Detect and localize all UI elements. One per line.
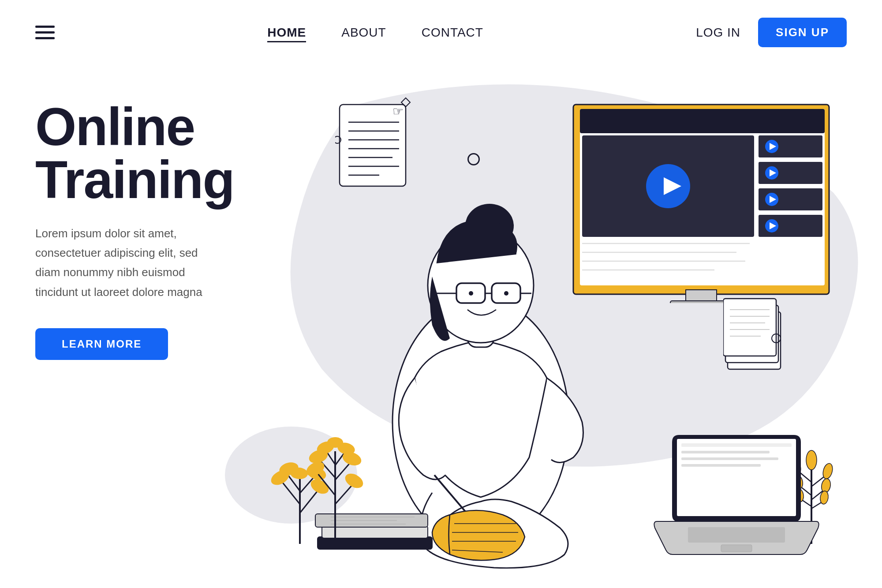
svg-text:☞: ☞ [392,105,404,118]
nav-link-contact[interactable]: CONTACT [422,26,483,39]
login-button[interactable]: LOG IN [696,26,740,40]
nav-link-home[interactable]: HOME [267,26,306,42]
svg-point-90 [327,437,343,448]
svg-rect-36 [580,109,825,133]
svg-rect-110 [688,527,785,543]
svg-rect-107 [681,451,770,453]
svg-rect-106 [681,443,792,447]
svg-rect-60 [723,299,776,356]
nav-link-about[interactable]: ABOUT [341,26,386,39]
hero-title: Online Training [35,100,247,206]
svg-line-82 [326,451,335,464]
svg-rect-108 [681,457,778,460]
floating-document: ☞ [335,96,415,195]
svg-point-20 [469,291,473,296]
laptop [653,427,820,559]
hero-title-line2: Training [35,150,234,209]
main-content: Online Training Lorem ipsum dolor sit am… [0,47,882,568]
learn-more-button[interactable]: LEARN MORE [35,328,168,360]
svg-rect-109 [681,464,761,467]
svg-rect-57 [670,301,732,303]
navbar: HOME ABOUT CONTACT LOG IN SIGN UP [0,0,882,47]
svg-rect-111 [721,545,752,552]
hero-left: Online Training Lorem ipsum dolor sit am… [35,74,247,568]
nav-buttons: LOG IN SIGN UP [696,18,847,47]
illustration-area: ☞ [247,74,847,568]
nav-item-home[interactable]: HOME [267,26,306,40]
nav-item-contact[interactable]: CONTACT [422,26,483,40]
plant-left [269,416,366,550]
side-document [723,294,785,374]
nav-item-about[interactable]: ABOUT [341,26,386,40]
svg-line-68 [282,482,300,504]
svg-point-86 [343,471,366,491]
svg-line-79 [335,484,353,504]
signup-button[interactable]: SIGN UP [758,18,847,47]
hero-description: Lorem ipsum dolor sit amet, consectetuer… [35,224,203,302]
nav-links: HOME ABOUT CONTACT [267,26,483,40]
svg-rect-105 [677,439,796,516]
svg-line-69 [300,491,318,513]
svg-point-21 [504,291,508,296]
hamburger-menu-icon[interactable] [35,26,55,39]
hero-title-line1: Online [35,97,194,156]
